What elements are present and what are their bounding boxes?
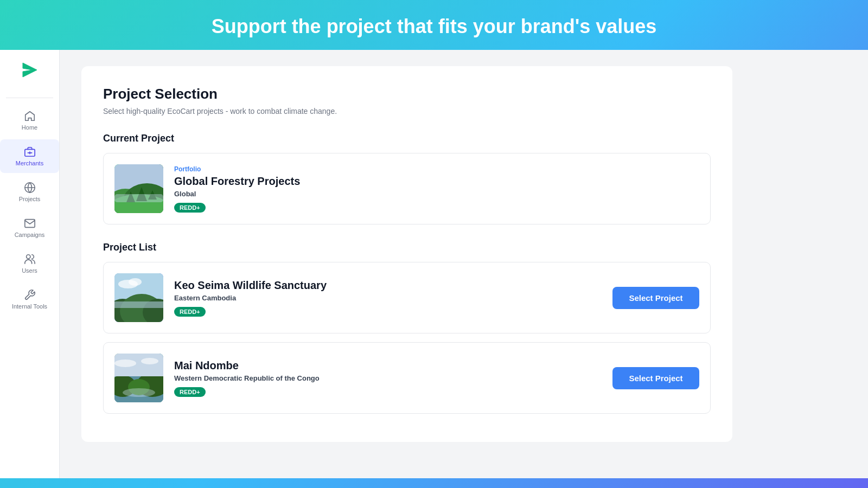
current-project-info: Portfolio Global Forestry Projects Globa…: [174, 165, 699, 213]
project-list-section: Project List: [103, 242, 711, 414]
project-list-title: Project List: [103, 242, 711, 253]
keo-project-info: Keo Seima Wildlife Sanctuary Eastern Cam…: [174, 279, 602, 317]
page-subtitle: Select high-quality EcoCart projects - w…: [103, 107, 711, 115]
current-project-badge: REDD+: [174, 203, 206, 213]
mai-project-name: Mai Ndombe: [174, 359, 602, 372]
mai-project-info: Mai Ndombe Western Democratic Republic o…: [174, 359, 602, 397]
banner-title: Support the project that fits your brand…: [0, 15, 868, 38]
svg-rect-20: [114, 301, 163, 308]
merchants-icon: [24, 146, 36, 158]
content-wrapper: Project Selection Select high-quality Ec…: [60, 50, 868, 478]
app-shell: Home Merchants Projects: [0, 50, 868, 478]
campaigns-icon: [24, 217, 36, 229]
forestry-image-svg: [114, 164, 163, 213]
projects-icon: [24, 182, 36, 194]
mai-project-location: Western Democratic Republic of the Congo: [174, 374, 602, 382]
sidebar-item-merchants[interactable]: Merchants: [0, 139, 59, 173]
keo-image-svg: [114, 273, 163, 322]
svg-point-29: [114, 359, 136, 367]
mai-project-image: [114, 354, 163, 402]
mai-select-project-button[interactable]: Select Project: [612, 367, 699, 389]
svg-point-30: [141, 358, 158, 364]
logo-icon: [21, 61, 39, 79]
current-project-image: [114, 164, 163, 213]
keo-select-project-button[interactable]: Select Project: [612, 287, 699, 309]
svg-point-22: [129, 278, 142, 286]
keo-project-image: [114, 273, 163, 322]
svg-point-31: [123, 388, 155, 397]
top-banner: Support the project that fits your brand…: [0, 0, 868, 50]
keo-project-badge: REDD+: [174, 307, 206, 317]
svg-rect-14: [114, 194, 163, 202]
keo-project-name: Keo Seima Wildlife Sanctuary: [174, 279, 602, 292]
current-project-card: Portfolio Global Forestry Projects Globa…: [103, 153, 711, 224]
current-project-name: Global Forestry Projects: [174, 175, 699, 188]
content-card: Project Selection Select high-quality Ec…: [81, 66, 732, 442]
sidebar: Home Merchants Projects: [0, 50, 60, 478]
keo-project-location: Eastern Cambodia: [174, 294, 602, 302]
sidebar-logo[interactable]: [15, 55, 44, 87]
sidebar-item-users[interactable]: Users: [0, 247, 59, 280]
sidebar-divider: [6, 98, 53, 98]
current-project-type: Portfolio: [174, 165, 699, 173]
sidebar-item-projects[interactable]: Projects: [0, 175, 59, 209]
mai-image-svg: [114, 354, 163, 402]
sidebar-item-internal-tools[interactable]: Internal Tools: [0, 282, 59, 317]
current-project-location: Global: [174, 190, 699, 198]
users-icon: [24, 253, 36, 265]
current-project-title: Current Project: [103, 133, 711, 144]
project-list-item: Keo Seima Wildlife Sanctuary Eastern Cam…: [103, 262, 711, 333]
mai-project-badge: REDD+: [174, 387, 206, 397]
page-title: Project Selection: [103, 86, 711, 102]
home-icon: [24, 110, 36, 122]
project-list-item: Mai Ndombe Western Democratic Republic o…: [103, 342, 711, 414]
tools-icon: [24, 289, 36, 301]
sidebar-item-home[interactable]: Home: [0, 104, 59, 137]
svg-point-6: [26, 255, 30, 259]
main-area: Project Selection Select high-quality Ec…: [60, 50, 868, 478]
sidebar-item-campaigns[interactable]: Campaigns: [0, 211, 59, 245]
